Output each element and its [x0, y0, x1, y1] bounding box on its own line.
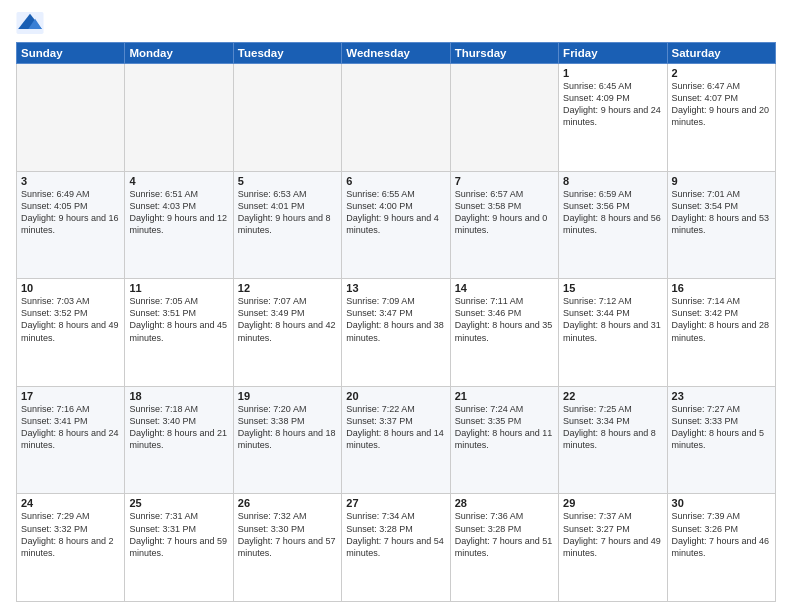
day-number: 9 [672, 175, 771, 187]
calendar-cell: 6Sunrise: 6:55 AMSunset: 4:00 PMDaylight… [342, 171, 450, 279]
calendar-cell [450, 64, 558, 172]
day-number: 29 [563, 497, 662, 509]
calendar-cell [17, 64, 125, 172]
weekday-header: Friday [559, 43, 667, 64]
day-info: Sunrise: 7:03 AMSunset: 3:52 PMDaylight:… [21, 295, 120, 344]
page: SundayMondayTuesdayWednesdayThursdayFrid… [0, 0, 792, 612]
day-number: 21 [455, 390, 554, 402]
calendar-cell: 21Sunrise: 7:24 AMSunset: 3:35 PMDayligh… [450, 386, 558, 494]
calendar-cell: 25Sunrise: 7:31 AMSunset: 3:31 PMDayligh… [125, 494, 233, 602]
day-number: 23 [672, 390, 771, 402]
day-number: 19 [238, 390, 337, 402]
day-number: 6 [346, 175, 445, 187]
calendar-cell: 27Sunrise: 7:34 AMSunset: 3:28 PMDayligh… [342, 494, 450, 602]
logo-icon [16, 12, 44, 34]
day-info: Sunrise: 7:16 AMSunset: 3:41 PMDaylight:… [21, 403, 120, 452]
day-number: 27 [346, 497, 445, 509]
calendar-cell: 20Sunrise: 7:22 AMSunset: 3:37 PMDayligh… [342, 386, 450, 494]
day-number: 8 [563, 175, 662, 187]
header [16, 12, 776, 34]
day-number: 18 [129, 390, 228, 402]
day-number: 16 [672, 282, 771, 294]
weekday-header: Saturday [667, 43, 775, 64]
calendar-cell: 13Sunrise: 7:09 AMSunset: 3:47 PMDayligh… [342, 279, 450, 387]
calendar-cell [125, 64, 233, 172]
day-info: Sunrise: 6:53 AMSunset: 4:01 PMDaylight:… [238, 188, 337, 237]
logo [16, 12, 48, 34]
day-info: Sunrise: 7:27 AMSunset: 3:33 PMDaylight:… [672, 403, 771, 452]
day-number: 25 [129, 497, 228, 509]
day-info: Sunrise: 7:39 AMSunset: 3:26 PMDaylight:… [672, 510, 771, 559]
day-info: Sunrise: 7:37 AMSunset: 3:27 PMDaylight:… [563, 510, 662, 559]
day-number: 2 [672, 67, 771, 79]
day-number: 4 [129, 175, 228, 187]
calendar-cell: 19Sunrise: 7:20 AMSunset: 3:38 PMDayligh… [233, 386, 341, 494]
day-info: Sunrise: 7:09 AMSunset: 3:47 PMDaylight:… [346, 295, 445, 344]
day-info: Sunrise: 6:59 AMSunset: 3:56 PMDaylight:… [563, 188, 662, 237]
calendar-table: SundayMondayTuesdayWednesdayThursdayFrid… [16, 42, 776, 602]
calendar-cell: 28Sunrise: 7:36 AMSunset: 3:28 PMDayligh… [450, 494, 558, 602]
calendar-cell: 16Sunrise: 7:14 AMSunset: 3:42 PMDayligh… [667, 279, 775, 387]
day-number: 17 [21, 390, 120, 402]
calendar-cell: 10Sunrise: 7:03 AMSunset: 3:52 PMDayligh… [17, 279, 125, 387]
calendar-cell: 5Sunrise: 6:53 AMSunset: 4:01 PMDaylight… [233, 171, 341, 279]
day-number: 26 [238, 497, 337, 509]
day-info: Sunrise: 7:32 AMSunset: 3:30 PMDaylight:… [238, 510, 337, 559]
day-number: 14 [455, 282, 554, 294]
calendar-cell [342, 64, 450, 172]
calendar-cell: 14Sunrise: 7:11 AMSunset: 3:46 PMDayligh… [450, 279, 558, 387]
calendar-cell: 15Sunrise: 7:12 AMSunset: 3:44 PMDayligh… [559, 279, 667, 387]
day-number: 13 [346, 282, 445, 294]
calendar-cell: 2Sunrise: 6:47 AMSunset: 4:07 PMDaylight… [667, 64, 775, 172]
calendar-cell: 1Sunrise: 6:45 AMSunset: 4:09 PMDaylight… [559, 64, 667, 172]
calendar-cell: 30Sunrise: 7:39 AMSunset: 3:26 PMDayligh… [667, 494, 775, 602]
calendar-cell: 7Sunrise: 6:57 AMSunset: 3:58 PMDaylight… [450, 171, 558, 279]
day-info: Sunrise: 7:22 AMSunset: 3:37 PMDaylight:… [346, 403, 445, 452]
day-info: Sunrise: 7:12 AMSunset: 3:44 PMDaylight:… [563, 295, 662, 344]
weekday-header: Wednesday [342, 43, 450, 64]
calendar-cell: 22Sunrise: 7:25 AMSunset: 3:34 PMDayligh… [559, 386, 667, 494]
calendar-cell: 18Sunrise: 7:18 AMSunset: 3:40 PMDayligh… [125, 386, 233, 494]
day-info: Sunrise: 7:34 AMSunset: 3:28 PMDaylight:… [346, 510, 445, 559]
calendar-cell: 8Sunrise: 6:59 AMSunset: 3:56 PMDaylight… [559, 171, 667, 279]
day-info: Sunrise: 6:47 AMSunset: 4:07 PMDaylight:… [672, 80, 771, 129]
calendar-week-row: 17Sunrise: 7:16 AMSunset: 3:41 PMDayligh… [17, 386, 776, 494]
calendar-cell: 26Sunrise: 7:32 AMSunset: 3:30 PMDayligh… [233, 494, 341, 602]
day-number: 3 [21, 175, 120, 187]
day-info: Sunrise: 7:01 AMSunset: 3:54 PMDaylight:… [672, 188, 771, 237]
calendar-cell: 17Sunrise: 7:16 AMSunset: 3:41 PMDayligh… [17, 386, 125, 494]
day-info: Sunrise: 6:49 AMSunset: 4:05 PMDaylight:… [21, 188, 120, 237]
day-number: 11 [129, 282, 228, 294]
day-info: Sunrise: 7:29 AMSunset: 3:32 PMDaylight:… [21, 510, 120, 559]
day-info: Sunrise: 6:57 AMSunset: 3:58 PMDaylight:… [455, 188, 554, 237]
calendar-cell: 9Sunrise: 7:01 AMSunset: 3:54 PMDaylight… [667, 171, 775, 279]
day-number: 7 [455, 175, 554, 187]
calendar-cell: 12Sunrise: 7:07 AMSunset: 3:49 PMDayligh… [233, 279, 341, 387]
day-info: Sunrise: 6:51 AMSunset: 4:03 PMDaylight:… [129, 188, 228, 237]
day-info: Sunrise: 7:18 AMSunset: 3:40 PMDaylight:… [129, 403, 228, 452]
weekday-header-row: SundayMondayTuesdayWednesdayThursdayFrid… [17, 43, 776, 64]
day-info: Sunrise: 7:24 AMSunset: 3:35 PMDaylight:… [455, 403, 554, 452]
calendar-cell: 11Sunrise: 7:05 AMSunset: 3:51 PMDayligh… [125, 279, 233, 387]
day-info: Sunrise: 7:14 AMSunset: 3:42 PMDaylight:… [672, 295, 771, 344]
calendar-week-row: 1Sunrise: 6:45 AMSunset: 4:09 PMDaylight… [17, 64, 776, 172]
weekday-header: Monday [125, 43, 233, 64]
day-number: 22 [563, 390, 662, 402]
day-number: 1 [563, 67, 662, 79]
calendar-cell [233, 64, 341, 172]
day-info: Sunrise: 7:05 AMSunset: 3:51 PMDaylight:… [129, 295, 228, 344]
calendar-cell: 3Sunrise: 6:49 AMSunset: 4:05 PMDaylight… [17, 171, 125, 279]
day-info: Sunrise: 7:11 AMSunset: 3:46 PMDaylight:… [455, 295, 554, 344]
calendar-week-row: 10Sunrise: 7:03 AMSunset: 3:52 PMDayligh… [17, 279, 776, 387]
day-number: 5 [238, 175, 337, 187]
day-number: 30 [672, 497, 771, 509]
day-number: 12 [238, 282, 337, 294]
day-info: Sunrise: 7:36 AMSunset: 3:28 PMDaylight:… [455, 510, 554, 559]
weekday-header: Thursday [450, 43, 558, 64]
day-number: 20 [346, 390, 445, 402]
calendar-cell: 4Sunrise: 6:51 AMSunset: 4:03 PMDaylight… [125, 171, 233, 279]
weekday-header: Tuesday [233, 43, 341, 64]
calendar-week-row: 24Sunrise: 7:29 AMSunset: 3:32 PMDayligh… [17, 494, 776, 602]
day-info: Sunrise: 7:07 AMSunset: 3:49 PMDaylight:… [238, 295, 337, 344]
day-info: Sunrise: 7:25 AMSunset: 3:34 PMDaylight:… [563, 403, 662, 452]
